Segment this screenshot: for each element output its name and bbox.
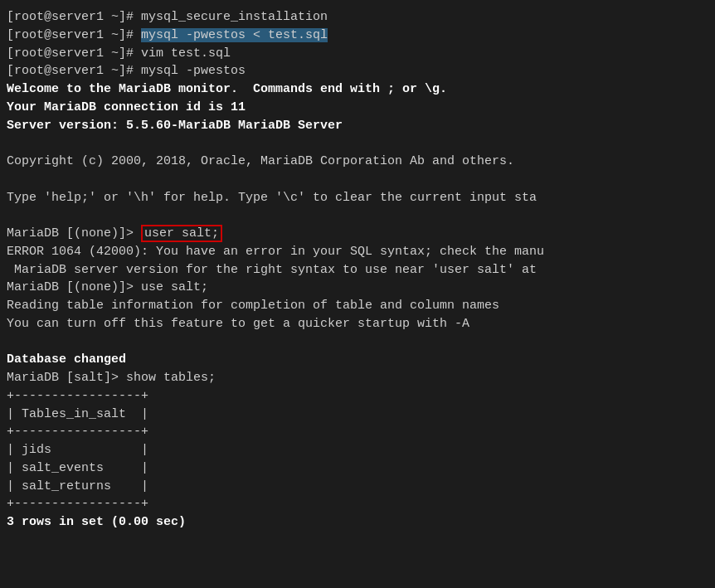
terminal-window: [root@server1 ~]# mysql_secure_installat… [0,0,715,588]
blank-line [7,171,708,189]
prompt: [root@server1 ~]# [7,46,141,61]
terminal-output: | salt_returns | [7,478,708,496]
boxed-command: user salt; [141,225,222,242]
terminal-output: Database changed [7,351,708,369]
mariadb-prompt-line: MariaDB [salt]> show tables; [7,369,708,387]
terminal-output: +-----------------+ [7,423,708,441]
terminal-output: +-----------------+ [7,387,708,406]
terminal-line: [root@server1 ~]# mysql -pwestos < test.… [7,27,708,45]
command-text: use salt; [141,280,208,294]
command-text: mysql -pwestos [141,64,246,78]
terminal-output: Copyright (c) 2000, 2018, Oracle, MariaD… [7,153,708,171]
blank-line [7,207,708,225]
mariadb-prompt: MariaDB [(none)]> [7,280,141,294]
terminal-output: | jids | [7,441,708,459]
terminal-output: +-----------------+ [7,495,708,513]
highlighted-command: mysql -pwestos < test.sql [141,28,328,42]
terminal-output: Reading table information for completion… [7,297,708,315]
terminal-line: [root@server1 ~]# vim test.sql [7,45,708,63]
terminal-output: MariaDB server version for the right syn… [7,261,708,279]
terminal-output: | salt_events | [7,459,708,478]
mariadb-prompt: MariaDB [(none)]> [7,226,141,241]
command-text: show tables; [126,371,216,385]
terminal-line: [root@server1 ~]# mysql_secure_installat… [7,8,708,27]
terminal-output: | Tables_in_salt | [7,406,708,424]
prompt: [root@server1 ~]# [7,10,141,24]
mariadb-prompt-line: MariaDB [(none)]> use salt; [7,279,708,297]
prompt: [root@server1 ~]# [7,64,141,78]
blank-line [7,134,708,153]
terminal-output: ERROR 1064 (42000): You have an error in… [7,243,708,261]
terminal-output: 3 rows in set (0.00 sec) [7,513,708,532]
command-text: vim test.sql [141,46,231,61]
blank-line [7,333,708,352]
terminal-output: Welcome to the MariaDB monitor. Commands… [7,80,708,99]
terminal-output: Your MariaDB connection id is 11 [7,99,708,117]
mariadb-prompt: MariaDB [salt]> [7,371,126,385]
command-text: mysql_secure_installation [141,10,328,24]
terminal-output: You can turn off this feature to get a q… [7,315,708,333]
terminal-output: Server version: 5.5.60-MariaDB MariaDB S… [7,117,708,135]
terminal-output: Type 'help;' or '\h' for help. Type '\c'… [7,189,708,207]
prompt: [root@server1 ~]# [7,28,141,42]
mariadb-prompt-line: MariaDB [(none)]> user salt; [7,225,708,243]
terminal-line: [root@server1 ~]# mysql -pwestos [7,62,708,80]
